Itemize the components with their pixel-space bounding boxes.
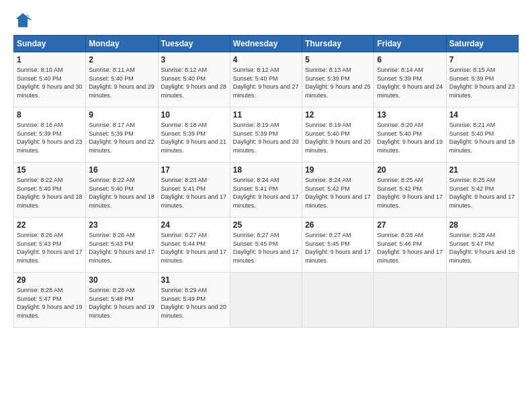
header-cell-wednesday: Wednesday bbox=[230, 36, 302, 52]
day-cell: 10 Sunrise: 8:18 AMSunset: 5:39 PMDaylig… bbox=[158, 107, 230, 163]
day-number: 13 bbox=[377, 110, 443, 120]
day-cell: 14 Sunrise: 8:21 AMSunset: 5:40 PMDaylig… bbox=[446, 107, 518, 163]
day-number: 25 bbox=[233, 220, 299, 230]
day-cell: 22 Sunrise: 8:26 AMSunset: 5:43 PMDaylig… bbox=[14, 218, 86, 273]
day-number: 14 bbox=[449, 110, 515, 120]
cell-content: Sunrise: 8:19 AMSunset: 5:39 PMDaylight:… bbox=[233, 122, 299, 154]
cell-content: Sunrise: 8:25 AMSunset: 5:42 PMDaylight:… bbox=[377, 177, 443, 209]
day-number: 29 bbox=[17, 275, 83, 285]
day-cell: 3 Sunrise: 8:12 AMSunset: 5:40 PMDayligh… bbox=[158, 52, 230, 107]
cell-content: Sunrise: 8:13 AMSunset: 5:39 PMDaylight:… bbox=[305, 66, 371, 99]
day-cell: 17 Sunrise: 8:23 AMSunset: 5:41 PMDaylig… bbox=[158, 163, 230, 218]
day-cell bbox=[230, 273, 302, 328]
day-number: 23 bbox=[89, 220, 154, 230]
header-cell-friday: Friday bbox=[374, 36, 446, 52]
cell-content: Sunrise: 8:22 AMSunset: 5:40 PMDaylight:… bbox=[17, 177, 83, 209]
day-cell: 7 Sunrise: 8:15 AMSunset: 5:39 PMDayligh… bbox=[446, 52, 518, 107]
day-cell: 23 Sunrise: 8:26 AMSunset: 5:43 PMDaylig… bbox=[86, 218, 158, 273]
day-number: 31 bbox=[161, 275, 227, 285]
logo bbox=[13, 11, 35, 30]
day-cell: 8 Sunrise: 8:16 AMSunset: 5:39 PMDayligh… bbox=[14, 107, 86, 163]
day-number: 17 bbox=[161, 165, 227, 175]
logo-icon bbox=[13, 11, 32, 30]
cell-content: Sunrise: 8:26 AMSunset: 5:43 PMDaylight:… bbox=[17, 232, 83, 264]
cell-content: Sunrise: 8:19 AMSunset: 5:40 PMDaylight:… bbox=[305, 122, 371, 154]
cell-content: Sunrise: 8:17 AMSunset: 5:39 PMDaylight:… bbox=[89, 122, 154, 154]
cell-content: Sunrise: 8:22 AMSunset: 5:40 PMDaylight:… bbox=[89, 177, 154, 209]
day-number: 26 bbox=[305, 220, 371, 230]
week-row-4: 22 Sunrise: 8:26 AMSunset: 5:43 PMDaylig… bbox=[14, 218, 519, 273]
day-cell: 11 Sunrise: 8:19 AMSunset: 5:39 PMDaylig… bbox=[230, 107, 302, 163]
day-number: 24 bbox=[161, 220, 227, 230]
cell-content: Sunrise: 8:20 AMSunset: 5:40 PMDaylight:… bbox=[377, 122, 443, 154]
day-cell: 28 Sunrise: 8:28 AMSunset: 5:47 PMDaylig… bbox=[446, 218, 518, 273]
day-number: 9 bbox=[89, 110, 154, 120]
cell-content: Sunrise: 8:25 AMSunset: 5:42 PMDaylight:… bbox=[449, 177, 515, 209]
cell-content: Sunrise: 8:28 AMSunset: 5:46 PMDaylight:… bbox=[377, 232, 443, 264]
header bbox=[13, 11, 519, 30]
day-number: 5 bbox=[305, 55, 371, 64]
day-number: 8 bbox=[17, 110, 83, 120]
day-cell: 2 Sunrise: 8:11 AMSunset: 5:40 PMDayligh… bbox=[86, 52, 158, 107]
cell-content: Sunrise: 8:15 AMSunset: 5:39 PMDaylight:… bbox=[449, 66, 515, 99]
week-row-2: 8 Sunrise: 8:16 AMSunset: 5:39 PMDayligh… bbox=[14, 107, 519, 163]
cell-content: Sunrise: 8:14 AMSunset: 5:39 PMDaylight:… bbox=[377, 66, 443, 99]
day-cell: 25 Sunrise: 8:27 AMSunset: 5:45 PMDaylig… bbox=[230, 218, 302, 273]
day-cell: 5 Sunrise: 8:13 AMSunset: 5:39 PMDayligh… bbox=[302, 52, 374, 107]
day-cell: 19 Sunrise: 8:24 AMSunset: 5:42 PMDaylig… bbox=[302, 163, 374, 218]
cell-content: Sunrise: 8:24 AMSunset: 5:42 PMDaylight:… bbox=[305, 177, 371, 209]
day-number: 21 bbox=[449, 165, 515, 175]
cell-content: Sunrise: 8:27 AMSunset: 5:44 PMDaylight:… bbox=[161, 232, 227, 264]
cell-content: Sunrise: 8:27 AMSunset: 5:45 PMDaylight:… bbox=[305, 232, 371, 264]
day-number: 11 bbox=[233, 110, 299, 120]
day-cell: 1 Sunrise: 8:10 AMSunset: 5:40 PMDayligh… bbox=[14, 52, 86, 107]
cell-content: Sunrise: 8:27 AMSunset: 5:45 PMDaylight:… bbox=[233, 232, 299, 264]
day-cell: 4 Sunrise: 8:12 AMSunset: 5:40 PMDayligh… bbox=[230, 52, 302, 107]
cell-content: Sunrise: 8:28 AMSunset: 5:47 PMDaylight:… bbox=[449, 232, 515, 264]
day-cell: 15 Sunrise: 8:22 AMSunset: 5:40 PMDaylig… bbox=[14, 163, 86, 218]
day-cell: 21 Sunrise: 8:25 AMSunset: 5:42 PMDaylig… bbox=[446, 163, 518, 218]
day-number: 16 bbox=[89, 165, 154, 175]
cell-content: Sunrise: 8:10 AMSunset: 5:40 PMDaylight:… bbox=[17, 66, 83, 99]
day-cell: 30 Sunrise: 8:28 AMSunset: 5:48 PMDaylig… bbox=[86, 273, 158, 328]
day-number: 1 bbox=[17, 55, 83, 64]
week-row-5: 29 Sunrise: 8:28 AMSunset: 5:47 PMDaylig… bbox=[14, 273, 519, 328]
header-cell-tuesday: Tuesday bbox=[158, 36, 230, 52]
day-cell: 16 Sunrise: 8:22 AMSunset: 5:40 PMDaylig… bbox=[86, 163, 158, 218]
day-number: 30 bbox=[89, 275, 154, 285]
day-cell: 20 Sunrise: 8:25 AMSunset: 5:42 PMDaylig… bbox=[374, 163, 446, 218]
day-cell bbox=[374, 273, 446, 328]
day-number: 10 bbox=[161, 110, 227, 120]
header-cell-thursday: Thursday bbox=[302, 36, 374, 52]
week-row-1: 1 Sunrise: 8:10 AMSunset: 5:40 PMDayligh… bbox=[14, 52, 519, 107]
day-cell: 18 Sunrise: 8:24 AMSunset: 5:41 PMDaylig… bbox=[230, 163, 302, 218]
day-cell: 9 Sunrise: 8:17 AMSunset: 5:39 PMDayligh… bbox=[86, 107, 158, 163]
cell-content: Sunrise: 8:29 AMSunset: 5:49 PMDaylight:… bbox=[161, 287, 227, 319]
day-number: 12 bbox=[305, 110, 371, 120]
cell-content: Sunrise: 8:11 AMSunset: 5:40 PMDaylight:… bbox=[89, 66, 154, 99]
day-number: 15 bbox=[17, 165, 83, 175]
cell-content: Sunrise: 8:26 AMSunset: 5:43 PMDaylight:… bbox=[89, 232, 154, 264]
day-cell: 13 Sunrise: 8:20 AMSunset: 5:40 PMDaylig… bbox=[374, 107, 446, 163]
day-cell: 26 Sunrise: 8:27 AMSunset: 5:45 PMDaylig… bbox=[302, 218, 374, 273]
page: SundayMondayTuesdayWednesdayThursdayFrid… bbox=[0, 0, 532, 411]
header-cell-sunday: Sunday bbox=[14, 36, 86, 52]
day-cell: 29 Sunrise: 8:28 AMSunset: 5:47 PMDaylig… bbox=[14, 273, 86, 328]
cell-content: Sunrise: 8:12 AMSunset: 5:40 PMDaylight:… bbox=[161, 66, 227, 99]
day-cell: 31 Sunrise: 8:29 AMSunset: 5:49 PMDaylig… bbox=[158, 273, 230, 328]
cell-content: Sunrise: 8:16 AMSunset: 5:39 PMDaylight:… bbox=[17, 122, 83, 154]
calendar-table: SundayMondayTuesdayWednesdayThursdayFrid… bbox=[13, 35, 519, 328]
day-cell: 12 Sunrise: 8:19 AMSunset: 5:40 PMDaylig… bbox=[302, 107, 374, 163]
day-number: 7 bbox=[449, 55, 515, 64]
day-number: 6 bbox=[377, 55, 443, 64]
cell-content: Sunrise: 8:28 AMSunset: 5:48 PMDaylight:… bbox=[89, 287, 154, 319]
day-number: 4 bbox=[233, 55, 299, 64]
cell-content: Sunrise: 8:23 AMSunset: 5:41 PMDaylight:… bbox=[161, 177, 227, 209]
header-cell-monday: Monday bbox=[86, 36, 158, 52]
day-number: 28 bbox=[449, 220, 515, 230]
day-number: 20 bbox=[377, 165, 443, 175]
cell-content: Sunrise: 8:21 AMSunset: 5:40 PMDaylight:… bbox=[449, 122, 515, 154]
day-cell: 6 Sunrise: 8:14 AMSunset: 5:39 PMDayligh… bbox=[374, 52, 446, 107]
day-number: 19 bbox=[305, 165, 371, 175]
header-cell-saturday: Saturday bbox=[446, 36, 518, 52]
